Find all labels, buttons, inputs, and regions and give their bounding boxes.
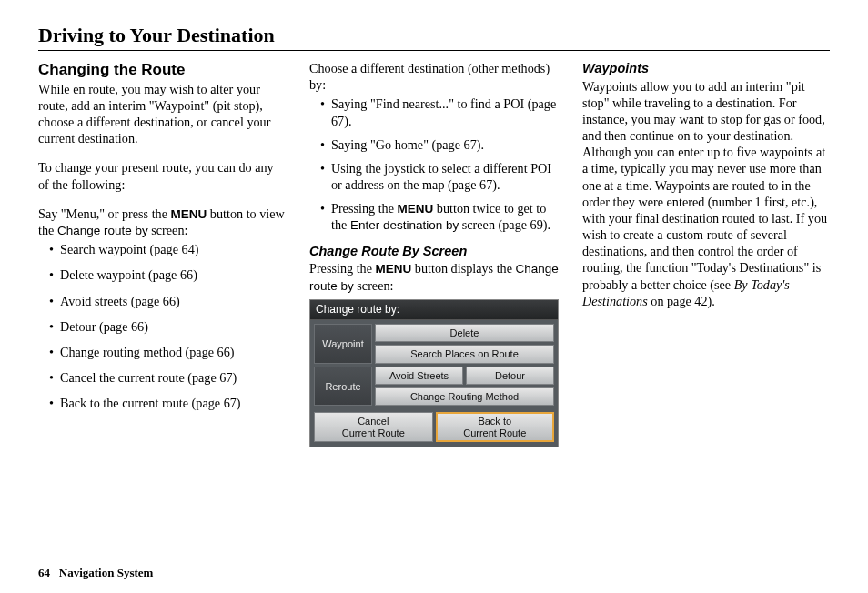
list-item: Change routing method (page 66) [49, 344, 286, 360]
section-heading-changing-route: Changing the Route [38, 60, 286, 80]
nav-title: Change route by: [310, 300, 558, 320]
nav-btn-change-method[interactable]: Change Routing Method [375, 387, 554, 406]
content-columns: Changing the Route While en route, you m… [38, 60, 830, 447]
alt-methods-lead: Choose a different destination (other me… [309, 60, 559, 93]
cr-post: screen: [354, 278, 394, 293]
nav-btn-delete[interactable]: Delete [375, 324, 554, 342]
nav-btn-cancel-route[interactable]: Cancel Current Route [314, 412, 433, 442]
followup-paragraph: To change your present route, you can do… [38, 159, 286, 192]
list-item: Saying "Find nearest..." to find a POI (… [320, 95, 559, 128]
cr-mid: button displays the [411, 261, 515, 276]
column-3: Waypoints Waypoints allow you to add an … [582, 60, 830, 447]
list-item: Using the joystick to select a different… [320, 160, 559, 193]
wp-body-pre: Waypoints allow you to add an interim "p… [582, 79, 827, 292]
page-number: 64 [38, 566, 50, 579]
wp-body-post: on page 42). [648, 294, 715, 308]
nav-bottom-row: Cancel Current Route Back to Current Rou… [310, 412, 558, 447]
list-item: Detour (page 66) [49, 318, 286, 335]
list-item: Saying "Go home" (page 67). [320, 136, 559, 153]
li-bold: MENU [398, 202, 434, 216]
nav-btn-detour[interactable]: Detour [466, 367, 554, 385]
list-item: Cancel the current route (page 67) [49, 369, 286, 386]
li-pre: Pressing the [331, 201, 398, 216]
cr-pre: Pressing the [309, 261, 376, 276]
menu-instruction: Say "Menu," or press the MENU button to … [38, 206, 286, 239]
nav-label-waypoint: Waypoint [314, 324, 372, 364]
nav-screen-mock: Change route by: Waypoint Delete Search … [309, 299, 559, 447]
menu-prefix: Say "Menu," or press the [38, 206, 171, 221]
list-item: Delete waypoint (page 66) [49, 266, 286, 283]
menu-button-label: MENU [171, 207, 207, 221]
li-post: screen (page 69). [459, 217, 550, 232]
menu-screen-name: Change route by [57, 224, 148, 237]
nav-body: Waypoint Delete Search Places on Route R… [310, 320, 558, 412]
list-item: Back to the current route (page 67) [49, 395, 286, 411]
intro-paragraph: While en route, you may wish to alter yo… [38, 81, 286, 147]
nav-btn-back-route[interactable]: Back to Current Route [436, 412, 555, 442]
subheading-change-route-by: Change Route By Screen [309, 243, 559, 260]
route-options-list: Search waypoint (page 64) Delete waypoin… [38, 241, 286, 411]
change-route-para: Pressing the MENU button displays the Ch… [309, 260, 559, 294]
menu-suffix: screen: [148, 223, 188, 237]
li-screen: Enter destination by [350, 218, 459, 232]
cr-bold: MENU [376, 262, 412, 276]
column-2: Choose a different destination (other me… [309, 60, 559, 447]
list-item: Search waypoint (page 64) [49, 241, 286, 257]
nav-row-waypoint: Waypoint Delete Search Places on Route [314, 324, 554, 364]
list-item: Avoid streets (page 66) [49, 293, 286, 309]
nav-btn-search-places[interactable]: Search Places on Route [375, 345, 554, 363]
list-item: Pressing the MENU button twice to get to… [320, 200, 559, 234]
footer-label: Navigation System [59, 566, 154, 579]
nav-row-reroute: Reroute Avoid Streets Detour Change Rout… [314, 367, 554, 407]
subheading-waypoints: Waypoints [582, 60, 830, 77]
nav-label-reroute: Reroute [314, 367, 372, 407]
column-1: Changing the Route While en route, you m… [38, 60, 286, 447]
page-footer: 64 Navigation System [38, 566, 153, 580]
alt-methods-list: Saying "Find nearest..." to find a POI (… [309, 95, 559, 233]
waypoints-paragraph: Waypoints allow you to add an interim "p… [582, 78, 830, 309]
page-title: Driving to Your Destination [38, 24, 830, 51]
nav-btn-avoid-streets[interactable]: Avoid Streets [375, 367, 463, 385]
